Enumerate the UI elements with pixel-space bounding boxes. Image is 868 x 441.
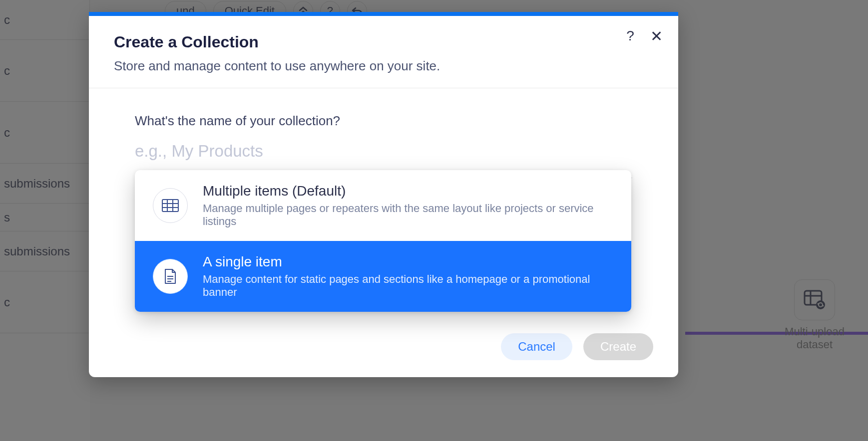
option-desc: Manage content for static pages and sect…	[203, 273, 613, 299]
close-icon[interactable]: ✕	[647, 27, 665, 45]
option-desc: Manage multiple pages or repeaters with …	[203, 202, 613, 228]
collection-name-label: What's the name of your collection?	[135, 113, 632, 129]
modal-title: Create a Collection	[114, 33, 653, 51]
collection-type-options: Multiple items (Default) Manage multiple…	[135, 170, 631, 312]
option-single-item[interactable]: A single item Manage content for static …	[135, 241, 631, 312]
svg-rect-4	[162, 200, 178, 212]
collection-name-input[interactable]	[135, 140, 632, 169]
modal-body: What's the name of your collection? Mult…	[89, 88, 678, 324]
cancel-button[interactable]: Cancel	[501, 333, 572, 360]
modal-subtitle: Store and manage content to use anywhere…	[114, 58, 653, 74]
modal-footer: Cancel Create	[89, 324, 678, 377]
table-icon	[153, 188, 188, 223]
create-button[interactable]: Create	[583, 333, 653, 360]
modal-header: Create a Collection Store and manage con…	[89, 16, 678, 88]
option-title: Multiple items (Default)	[203, 183, 613, 199]
option-multiple-items[interactable]: Multiple items (Default) Manage multiple…	[135, 170, 631, 241]
help-icon[interactable]: ?	[621, 27, 639, 45]
create-collection-modal: Create a Collection Store and manage con…	[89, 12, 678, 377]
option-title: A single item	[203, 254, 613, 270]
document-icon	[153, 259, 188, 294]
